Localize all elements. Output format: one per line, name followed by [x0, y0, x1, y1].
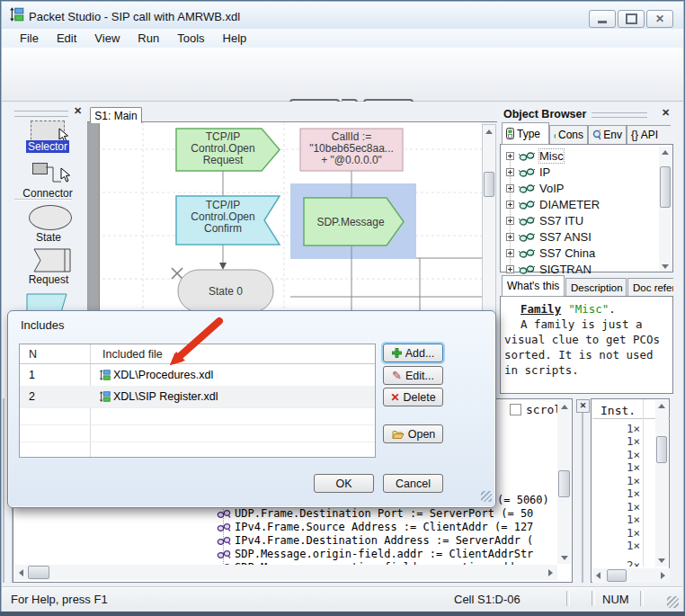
script-line[interactable]: UDP.Frame.Destination Port := ServerPort…: [217, 507, 533, 520]
script-hscroll-thumb[interactable]: [28, 566, 49, 579]
open-file-button[interactable]: Open: [383, 424, 443, 443]
object-browser-tree[interactable]: Misc IP VoIP DIAMETER SS7 ITU SS7 ANSI S…: [500, 144, 673, 272]
ok-button[interactable]: OK: [314, 474, 374, 493]
script-line[interactable]: IPv4.Frame.Destination Address := Server…: [217, 534, 533, 547]
shape-palette: ✕ Selector Connector State Request: [9, 104, 88, 317]
canvas-vscroll-thumb[interactable]: [484, 172, 494, 197]
doc-text: in scripts.: [504, 363, 579, 377]
scroll-up-icon[interactable]: [483, 125, 495, 138]
scroll-down-icon[interactable]: [557, 551, 571, 564]
script-line[interactable]: SDP.Message.origin-field.addr := ClientA…: [217, 548, 533, 560]
resize-grip[interactable]: [481, 491, 492, 502]
menubar: File Edit View Run Tools Help: [2, 29, 683, 48]
tab-type[interactable]: Type: [502, 122, 549, 145]
dialog-title: Includes: [21, 318, 64, 332]
close-icon: ✕: [580, 401, 587, 411]
expand-plus-icon[interactable]: [506, 168, 514, 176]
expand-plus-icon[interactable]: [506, 201, 514, 209]
tab-api[interactable]: {} API: [627, 125, 671, 145]
scroll-up-icon[interactable]: [655, 400, 668, 412]
edit-button[interactable]: ✎ Edit...: [383, 366, 443, 385]
scroll-right-icon[interactable]: [657, 568, 669, 583]
expand-plus-icon[interactable]: [506, 217, 514, 225]
minimize-button[interactable]: [589, 10, 616, 28]
palette-close-icon[interactable]: ✕: [74, 106, 82, 116]
table-row[interactable]: 2 XDL\SIP Register.xdl: [20, 386, 375, 407]
env-tab-icon: [592, 129, 600, 141]
inst-hscrollbar[interactable]: [592, 568, 670, 583]
inst-vscroll-thumb[interactable]: [656, 436, 667, 463]
menu-edit[interactable]: Edit: [48, 30, 85, 47]
scroll-up-icon[interactable]: [557, 400, 571, 413]
table-row-divider: [20, 407, 375, 408]
tree-item-voip[interactable]: VoIP: [506, 180, 564, 196]
tree-item-misc[interactable]: Misc: [506, 147, 564, 164]
window-resize-grip[interactable]: [667, 596, 679, 608]
script-line[interactable]: IPv4.Frame.Source Address := ClientAddr …: [217, 521, 533, 533]
tab-env[interactable]: Env: [588, 125, 627, 145]
scroll-down-icon[interactable]: [655, 555, 668, 567]
maximize-button[interactable]: [618, 10, 645, 28]
xdl-file-icon: [99, 369, 111, 381]
palette-item-state[interactable]: State: [20, 231, 77, 244]
expand-plus-icon[interactable]: [506, 265, 514, 273]
state-tool-icon[interactable]: [29, 205, 72, 230]
inst-hscroll-thumb[interactable]: [607, 569, 627, 582]
xdl-file-icon: [99, 390, 111, 403]
scroll-right-icon[interactable]: [544, 565, 556, 580]
doc-text: visual clue to get PCOs: [504, 333, 660, 346]
menu-help[interactable]: Help: [214, 30, 256, 47]
inst-value: 1×: [599, 500, 640, 513]
script-vscroll-thumb[interactable]: [558, 470, 570, 497]
palette-grip[interactable]: [14, 111, 68, 117]
pane-close-button[interactable]: ✕: [576, 399, 590, 413]
tree-item-ss7china[interactable]: SS7 China: [506, 245, 595, 261]
tree-item-ip[interactable]: IP: [506, 164, 550, 180]
tab-description[interactable]: Description: [565, 278, 627, 297]
expand-plus-icon[interactable]: [506, 233, 514, 241]
column-header-n[interactable]: N: [29, 348, 37, 361]
scroll-left-icon[interactable]: [592, 568, 604, 583]
scroll-up-icon[interactable]: [659, 147, 672, 157]
expand-plus-icon[interactable]: [506, 249, 514, 257]
svg-text:Confirm: Confirm: [204, 222, 242, 235]
panel-grip[interactable]: [592, 112, 647, 118]
svg-text:Control.Open: Control.Open: [191, 142, 254, 155]
script-vscrollbar[interactable]: [557, 400, 571, 564]
window-frame-bottom: [0, 612, 685, 616]
object-browser-close-icon[interactable]: ✕: [662, 108, 670, 118]
script-hscrollbar[interactable]: [14, 565, 557, 580]
expand-plus-icon[interactable]: [506, 152, 514, 160]
scroll-down-icon[interactable]: [659, 261, 672, 272]
expand-plus-icon[interactable]: [506, 184, 514, 192]
add-button[interactable]: Add...: [383, 344, 443, 362]
svg-text:CallId :=: CallId :=: [332, 130, 371, 143]
tab-s1-main[interactable]: S1: Main: [90, 107, 142, 123]
table-row[interactable]: 1 XDL\Procedures.xdl: [20, 364, 375, 386]
close-button[interactable]: ✕: [646, 10, 673, 28]
includes-table[interactable]: N Included file 1 XDL\Procedures.xdl 2 X…: [19, 344, 376, 458]
table-row-divider: [20, 424, 375, 425]
menu-view[interactable]: View: [85, 30, 129, 47]
request-tool-icon[interactable]: [29, 248, 74, 273]
menu-file[interactable]: File: [11, 30, 48, 47]
inst-vscrollbar[interactable]: [655, 400, 668, 567]
palette-item-selector[interactable]: Selector: [22, 140, 74, 153]
tree-item-diameter[interactable]: DIAMETER: [506, 196, 600, 212]
tree-item-ss7ansi[interactable]: SS7 ANSI: [506, 228, 592, 245]
tree-item-ss7itu[interactable]: SS7 ITU: [506, 212, 583, 228]
menu-run[interactable]: Run: [129, 30, 168, 47]
palette-item-connector[interactable]: Connector: [18, 187, 77, 200]
tab-cons[interactable]: Cons: [549, 125, 588, 145]
scroll-left-icon[interactable]: [14, 565, 27, 580]
palette-item-request[interactable]: Request: [20, 273, 77, 286]
tab-whats-this[interactable]: What's this: [502, 275, 565, 297]
tree-vscrollbar[interactable]: [659, 147, 672, 272]
tab-doc-reference[interactable]: Doc referen: [627, 278, 673, 297]
cancel-button[interactable]: Cancel: [383, 474, 443, 493]
tree-scroll-thumb[interactable]: [660, 166, 671, 208]
delete-button[interactable]: ✕ Delete: [383, 388, 443, 406]
menu-tools[interactable]: Tools: [168, 30, 213, 47]
inst-pane[interactable]: Inst. 1× 1× 1× 1× 1× 1× 1× 1× 1× 1× 2×: [591, 398, 670, 583]
column-header-file[interactable]: Included file: [102, 348, 163, 361]
